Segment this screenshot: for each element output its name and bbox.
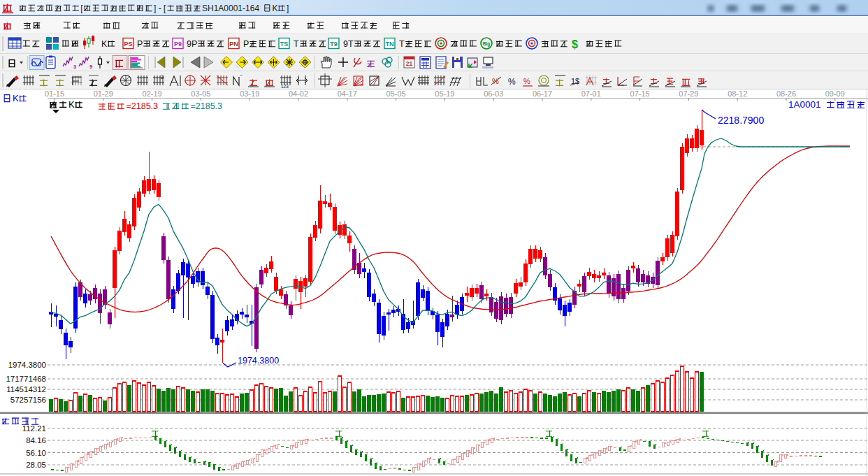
svg-text:2: 2 — [161, 74, 164, 80]
svg-text:171771468: 171771468 — [6, 375, 46, 383]
svg-text:09-09: 09-09 — [825, 89, 845, 98]
svg-text:04-02: 04-02 — [289, 89, 308, 98]
svg-text:06-03: 06-03 — [484, 89, 503, 98]
svg-text:P9: P9 — [174, 41, 182, 48]
svg-text:03-05: 03-05 — [191, 89, 210, 98]
svg-text:2218.7900: 2218.7900 — [718, 115, 764, 126]
svg-text:07-01: 07-01 — [581, 89, 601, 98]
svg-text:1974.3800: 1974.3800 — [238, 356, 279, 366]
svg-text:]: ] — [287, 3, 289, 13]
svg-text:TS: TS — [280, 41, 289, 48]
svg-text:01-29: 01-29 — [94, 89, 113, 98]
svg-text:9P: 9P — [187, 39, 197, 49]
svg-text:%: % — [523, 77, 530, 85]
svg-text:%: % — [508, 77, 516, 87]
svg-text:57257156: 57257156 — [10, 396, 46, 404]
svg-text:03-19: 03-19 — [240, 89, 259, 98]
svg-text:114514312: 114514312 — [6, 385, 46, 394]
svg-text:1A0001: 1A0001 — [788, 99, 821, 110]
svg-text:P: P — [137, 39, 143, 49]
svg-text:3: 3 — [73, 64, 76, 70]
svg-text:9T: 9T — [343, 39, 354, 49]
svg-text:T: T — [294, 39, 299, 49]
svg-text:PN: PN — [229, 41, 238, 48]
svg-text:04-17: 04-17 — [338, 89, 357, 98]
svg-text:28.05: 28.05 — [26, 461, 46, 469]
svg-text:01-15: 01-15 — [45, 89, 64, 98]
svg-text:SH1A0001-164: SH1A0001-164 — [202, 3, 259, 13]
svg-text:K: K — [13, 93, 19, 103]
svg-text:84.16: 84.16 — [26, 436, 46, 445]
svg-text:P: P — [243, 39, 249, 49]
svg-text:06-17: 06-17 — [533, 89, 552, 98]
svg-text:07-15: 07-15 — [630, 89, 650, 98]
svg-text:21: 21 — [406, 60, 413, 67]
svg-text:05-19: 05-19 — [435, 89, 454, 98]
svg-text:56.10: 56.10 — [26, 449, 46, 457]
svg-text:9: 9 — [89, 64, 92, 70]
svg-text:T9: T9 — [330, 41, 338, 48]
svg-text:08-12: 08-12 — [728, 89, 747, 98]
svg-text:$: $ — [572, 38, 578, 50]
svg-text:PS: PS — [124, 41, 133, 48]
svg-text:K: K — [272, 3, 277, 13]
svg-text:05-05: 05-05 — [386, 89, 406, 98]
svg-text:=2185.3: =2185.3 — [126, 101, 159, 111]
svg-text:07-29: 07-29 — [679, 89, 698, 98]
svg-text:123: 123 — [281, 84, 289, 89]
svg-text:] - [: ] - [ — [154, 3, 166, 13]
svg-text:1974.3800: 1974.3800 — [8, 361, 46, 369]
svg-text:08-26: 08-26 — [776, 89, 796, 98]
svg-text:TN: TN — [386, 41, 394, 48]
svg-text:T: T — [399, 39, 405, 49]
svg-text:=2185.3: =2185.3 — [191, 101, 223, 111]
svg-text:02-19: 02-19 — [143, 89, 162, 98]
svg-text:K: K — [68, 99, 75, 110]
svg-text:K: K — [101, 39, 108, 49]
svg-text:112.21: 112.21 — [22, 424, 46, 433]
svg-text:Big: Big — [483, 41, 491, 47]
